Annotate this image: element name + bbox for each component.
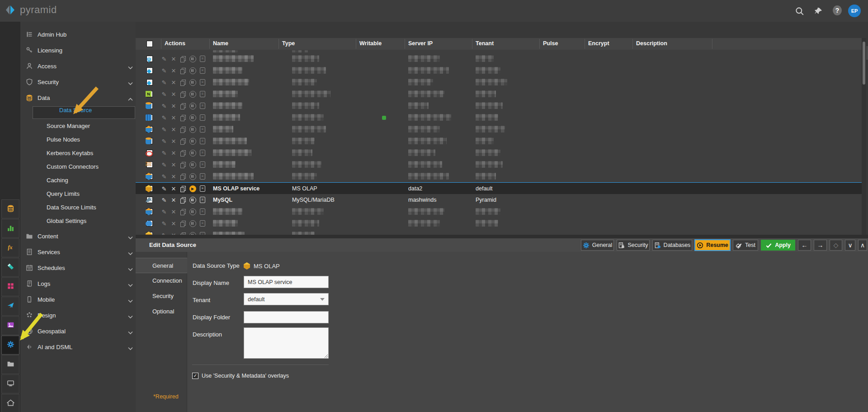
copy-action-icon[interactable] — [179, 90, 187, 98]
tab-optional[interactable]: Optional — [136, 304, 187, 318]
copy-action-icon[interactable] — [179, 161, 187, 168]
table-scrollbar-thumb[interactable] — [863, 42, 865, 85]
edit-action-icon[interactable]: ✎ — [160, 55, 168, 62]
delete-action-icon[interactable]: ✕ — [170, 149, 177, 156]
collapse-button[interactable]: ∨ — [845, 240, 855, 251]
column-header-actions[interactable]: Actions — [165, 40, 185, 47]
schedule-action-icon[interactable]: ≡ — [199, 114, 206, 121]
edit-action-icon[interactable]: ✎ — [160, 90, 168, 98]
column-header-writable[interactable]: Writable — [359, 40, 382, 47]
pause-action-icon[interactable] — [189, 137, 196, 145]
help-icon[interactable]: ? — [833, 6, 842, 15]
pause-action-icon[interactable] — [189, 173, 196, 180]
description-textarea[interactable] — [244, 327, 329, 359]
expand-button[interactable]: ∧ — [858, 240, 867, 251]
sidebar-item-admin-hub[interactable]: Admin Hub — [20, 28, 135, 40]
tenant-select[interactable]: default — [244, 293, 329, 305]
schedule-action-icon[interactable]: ≡ — [199, 90, 206, 98]
table-row[interactable]: ✎✕≡ — [136, 206, 862, 218]
delete-action-icon[interactable]: ✕ — [170, 126, 177, 133]
column-header-description[interactable]: Description — [636, 40, 667, 47]
sidebar-item-schedules[interactable]: Schedules — [20, 262, 135, 274]
delete-action-icon[interactable]: ✕ — [170, 196, 177, 204]
pause-action-icon[interactable] — [189, 79, 196, 86]
sidebar-subitem-data-source-limits[interactable]: Data Source Limits — [20, 201, 135, 213]
edit-action-icon[interactable]: ✎ — [160, 114, 168, 121]
general-button[interactable]: General — [581, 240, 614, 251]
copy-action-icon[interactable] — [179, 220, 187, 227]
column-header-server-ip[interactable]: Server IP — [408, 40, 433, 47]
table-row[interactable]: ✎✕≡ — [136, 147, 862, 159]
test-button[interactable]: Test — [733, 240, 758, 251]
tab-connection[interactable]: Connection — [136, 273, 187, 288]
sidebar-item-security[interactable]: Security — [20, 76, 135, 88]
edit-action-icon[interactable]: ✎ — [160, 149, 168, 156]
table-row[interactable]: ✎✕≡N — [136, 88, 862, 100]
copy-action-icon[interactable] — [179, 67, 187, 74]
delete-action-icon[interactable]: ✕ — [170, 208, 177, 215]
databases-button[interactable]: Databases — [652, 240, 692, 251]
pause-action-icon[interactable] — [189, 196, 196, 204]
resume-button[interactable]: Resume — [695, 240, 730, 251]
copy-action-icon[interactable] — [179, 185, 187, 192]
table-row-mysql[interactable]: ✎✕≡MySQLMySQL/MariaDBmashwindsPyramid — [136, 194, 862, 206]
search-icon[interactable] — [795, 6, 804, 15]
delete-action-icon[interactable]: ✕ — [170, 220, 177, 227]
column-header-name[interactable]: Name — [213, 40, 228, 47]
copy-action-icon[interactable] — [179, 102, 187, 109]
schedule-action-icon[interactable]: ≡ — [199, 220, 206, 227]
sidebar-subitem-global-settings[interactable]: Global Settings — [20, 215, 135, 227]
rail-item-content[interactable] — [1, 355, 19, 374]
sidebar-item-services[interactable]: Services — [20, 246, 135, 258]
table-row[interactable]: ✎✕≡ — [136, 135, 862, 147]
next-button[interactable]: → — [814, 240, 827, 251]
rail-item-analytics[interactable] — [1, 219, 19, 238]
table-row[interactable]: ✎✕≡ψ — [136, 53, 862, 65]
apply-button[interactable]: Apply — [761, 240, 795, 251]
pin-icon[interactable] — [814, 6, 823, 15]
sidebar-subitem-caching[interactable]: Caching — [20, 174, 135, 186]
pause-action-icon[interactable] — [189, 67, 196, 74]
security-button[interactable]: Security — [617, 240, 650, 251]
rail-item-displays[interactable] — [1, 374, 19, 393]
schedule-action-icon[interactable]: ≡ — [199, 102, 206, 109]
copy-action-icon[interactable] — [179, 173, 187, 180]
sidebar-item-logs[interactable]: Logs — [20, 278, 135, 289]
table-row[interactable]: ✎✕≡ — [136, 112, 862, 124]
schedule-action-icon[interactable]: ≡ — [199, 137, 206, 145]
delete-action-icon[interactable]: ✕ — [170, 173, 177, 180]
sidebar-item-ai-and-dsml[interactable]: AI and DSML — [20, 341, 135, 353]
tab-general[interactable]: General — [136, 258, 187, 273]
delete-action-icon[interactable]: ✕ — [170, 55, 177, 62]
display-name-input[interactable] — [244, 276, 329, 288]
schedule-action-icon[interactable]: ≡ — [199, 126, 206, 133]
sidebar-subitem-pulse-nodes[interactable]: Pulse Nodes — [20, 133, 135, 145]
schedule-action-icon[interactable]: ≡ — [199, 149, 206, 156]
delete-action-icon[interactable]: ✕ — [170, 185, 177, 192]
copy-action-icon[interactable] — [179, 126, 187, 133]
pause-action-icon[interactable] — [189, 220, 196, 227]
pause-action-icon[interactable] — [189, 208, 196, 215]
schedule-action-icon[interactable]: ≡ — [199, 196, 206, 204]
delete-action-icon[interactable]: ✕ — [170, 137, 177, 145]
table-row[interactable]: ✎✕≡ — [136, 123, 862, 136]
overlays-checkbox[interactable]: ✓ — [192, 373, 198, 379]
copy-action-icon[interactable] — [179, 208, 187, 215]
delete-action-icon[interactable]: ✕ — [170, 90, 177, 98]
sidebar-item-access[interactable]: Access — [20, 60, 135, 72]
sidebar-subitem-kerberos-keytabs[interactable]: Kerberos Keytabs — [20, 147, 135, 159]
delete-action-icon[interactable]: ✕ — [170, 79, 177, 86]
copy-action-icon[interactable] — [179, 55, 187, 62]
table-row[interactable]: ✎✕≡ — [136, 218, 862, 230]
column-header-encrypt[interactable]: Encrypt — [588, 40, 609, 47]
copy-action-icon[interactable] — [179, 79, 187, 86]
table-row-ms-olap-service[interactable]: ✎✕▶≡MS OLAP serviceMS OLAPdata2default — [136, 182, 862, 195]
sidebar-item-content[interactable]: Content — [20, 230, 135, 242]
table-row[interactable]: ✎✕≡◆ — [136, 76, 862, 89]
select-all-checkbox[interactable] — [146, 41, 153, 47]
table-row[interactable]: ✎✕≡ — [136, 100, 862, 112]
table-row[interactable]: ✎✕≡ — [136, 170, 862, 183]
copy-action-icon[interactable] — [179, 114, 187, 121]
pause-action-icon[interactable] — [189, 126, 196, 133]
pause-action-icon[interactable] — [189, 114, 196, 121]
